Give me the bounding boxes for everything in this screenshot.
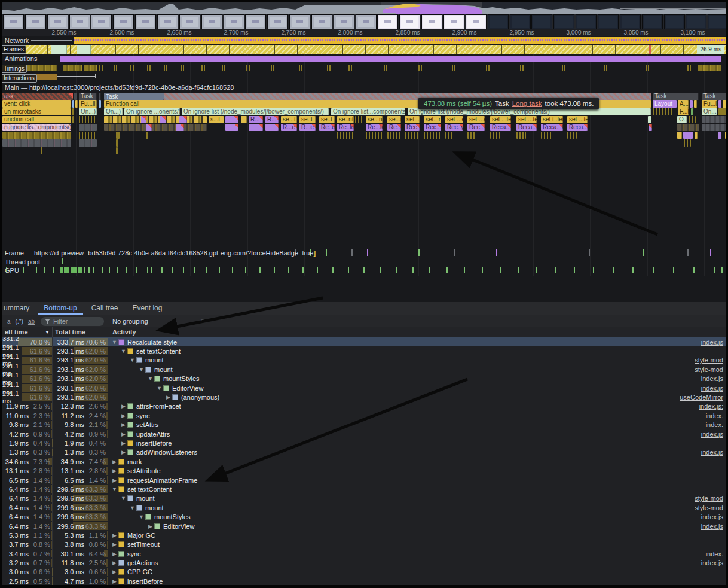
flame-bar[interactable] [249,124,263,131]
network-track-label[interactable]: Network [5,37,29,44]
flame-bar[interactable]: Fu...ll [702,100,717,108]
flame-bar[interactable] [225,124,238,131]
flame-bar[interactable]: set ...ent [467,116,485,123]
animations-track-label[interactable]: Animations [5,55,37,62]
flame-bar[interactable] [99,93,101,100]
flame-bar[interactable]: R...e [299,124,316,131]
flame-bar[interactable]: s...t [209,116,224,123]
flame-bar[interactable] [723,100,728,108]
flame-bar[interactable]: se..t [319,116,335,123]
flame-bar[interactable] [653,108,673,115]
flame-bar[interactable] [516,132,526,139]
flame-bar[interactable]: Task [104,93,164,100]
flame-bar[interactable]: n ignore lis...omponents/) [2,124,71,131]
flame-bar[interactable] [75,100,78,108]
flame-bar[interactable] [2,132,71,139]
flame-bar[interactable] [405,132,420,139]
flame-bar[interactable] [689,116,696,123]
flame-bar[interactable]: Re...le [366,124,383,131]
flame-bar[interactable]: Task [702,93,728,100]
flame-bar[interactable] [337,132,354,139]
flame-bar[interactable]: set ...tent [490,116,511,123]
flame-bar[interactable] [725,132,728,139]
flame-bar[interactable]: Reca...yle [516,124,537,131]
flame-bar[interactable]: On...) [79,108,97,115]
flame-bar[interactable] [146,124,152,131]
flame-bar[interactable] [104,116,207,123]
flame-bar[interactable] [146,132,148,139]
flame-bar[interactable]: Task [653,93,699,100]
flame-bar[interactable] [104,124,207,131]
flame-bar[interactable]: ask [2,93,73,100]
flame-bar[interactable] [694,100,697,108]
flame-bar[interactable] [79,124,97,131]
flame-bar[interactable]: Re..e [319,124,335,131]
flame-bar[interactable]: R... [249,116,263,123]
flame-bar[interactable] [702,116,728,123]
flame-bar[interactable]: Rec...le [405,124,420,131]
flame-bar[interactable] [541,132,552,139]
flame-bar[interactable]: On...) [702,108,717,115]
timings-track-label[interactable]: Timings [1,65,27,73]
flame-bar[interactable]: Reca...tyle [541,124,563,131]
flame-bar[interactable] [355,116,363,123]
flame-bar[interactable] [79,139,97,147]
flame-bar[interactable]: On ignore ...onents/) [124,108,180,115]
flame-bar[interactable] [366,132,383,139]
flame-bar[interactable] [718,100,721,108]
flame-bar[interactable]: se..nt [337,116,354,123]
flame-bar[interactable] [265,124,279,131]
flame-bar[interactable] [467,132,476,139]
flame-bar[interactable] [141,116,146,123]
flame-bar[interactable]: Fu...ll [79,100,97,108]
flame-bar[interactable] [176,124,184,131]
flame-bar[interactable]: set ...tent [516,116,537,123]
flame-bar[interactable]: set...nt [424,116,441,123]
flame-bar[interactable]: Re..le [337,124,354,131]
flame-bar[interactable] [702,124,728,131]
frames-track-label[interactable]: Frames [1,45,26,54]
flame-bar[interactable]: Rec..yle [445,124,463,131]
flame-bar[interactable] [241,116,247,123]
flame-bar[interactable] [445,132,454,139]
flame-bar[interactable]: Task [79,93,97,100]
flame-bar[interactable]: On...) [104,108,123,115]
flame-bar[interactable]: unction call [2,116,71,123]
flame-bar[interactable] [72,108,74,115]
flame-bar[interactable]: set t..tent [541,116,563,123]
flame-bar[interactable] [116,147,118,154]
flame-bar[interactable]: se...nt [387,116,401,123]
flame-bar[interactable]: O... [677,116,687,123]
flame-bar[interactable] [79,132,97,139]
flame-bar[interactable]: Reca...yle [567,124,588,131]
flame-bar[interactable] [690,100,693,108]
flame-bar[interactable] [677,132,682,139]
flame-bar[interactable] [2,139,71,147]
flame-bar[interactable] [72,116,74,123]
flame-bar[interactable] [718,108,728,115]
flame-bar[interactable]: Rec...le [424,124,441,131]
flame-bar[interactable] [424,132,441,139]
frame-track-title[interactable]: Frame — https://id-preview--bd53fd9d-728… [5,249,316,257]
flame-bar[interactable] [179,116,187,123]
flame-bar[interactable]: Layout [653,100,677,108]
flame-bar[interactable]: se...t [281,116,297,123]
tooltip-long-task-link[interactable]: Long task [512,100,542,107]
flame-bar[interactable] [160,116,166,123]
main-flame-chart[interactable]: askTaskTaskTaskTaskvent: clickFu...llFun… [2,0,728,302]
flame-bar[interactable] [72,100,74,108]
flame-bar[interactable]: set...nt [405,116,420,123]
flame-bar[interactable] [695,132,698,139]
flame-bar[interactable]: set ...ent [445,116,463,123]
flame-bar[interactable] [718,132,721,139]
flame-bar[interactable] [99,100,101,108]
flame-bar[interactable] [79,116,97,123]
flame-bar[interactable] [74,93,77,100]
flame-bar[interactable]: se..t [299,116,316,123]
flame-bar[interactable]: se...nt [366,116,383,123]
flame-bar[interactable] [225,116,238,123]
flame-bar[interactable]: vent: click [2,100,71,108]
flame-bar[interactable]: On ignore list (/node_modules/|/bower_co… [182,108,329,115]
flame-bar[interactable] [116,139,118,147]
flame-bar[interactable] [116,132,120,139]
